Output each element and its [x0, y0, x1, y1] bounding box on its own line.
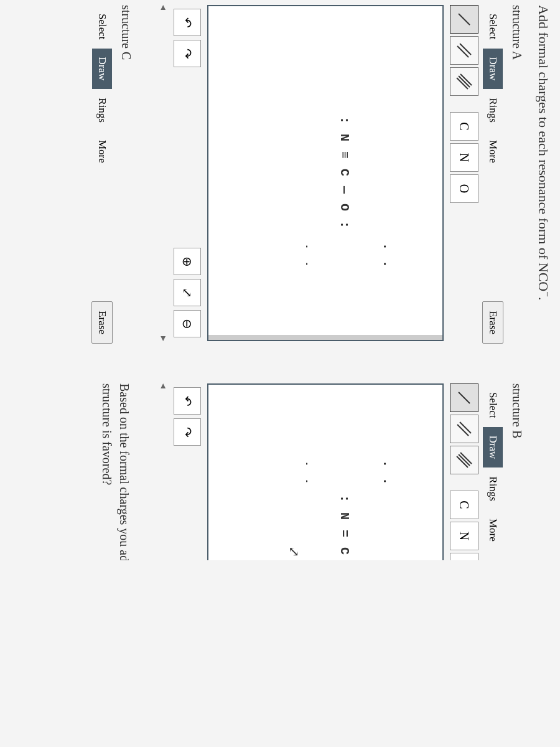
atom-o-button[interactable]: O	[450, 553, 478, 560]
zoom-in-icon: ⊕	[180, 256, 195, 267]
zoom-fit-button[interactable]: ⤢	[174, 279, 201, 306]
structure-a-bond-row: C N O	[450, 5, 478, 359]
select-button[interactable]: Select	[92, 5, 112, 49]
select-button[interactable]: Select	[483, 383, 503, 427]
structure-b-panel: structure B Select Draw Rings More Erase	[158, 383, 524, 560]
redo-icon: ↷	[180, 427, 195, 438]
rings-button[interactable]: Rings	[483, 467, 503, 510]
svg-line-6	[459, 392, 470, 403]
zoom-out-button[interactable]: ⊖	[174, 310, 201, 337]
triple-bond-icon	[455, 72, 474, 91]
structure-b-title: structure B	[510, 383, 524, 560]
double-bond-icon	[455, 420, 474, 438]
rings-button[interactable]: Rings	[483, 89, 503, 131]
question-text: Based on the formal charges you added, w…	[98, 383, 133, 560]
structure-b-bond-row: C N O	[450, 383, 478, 560]
single-bond-icon	[455, 388, 474, 407]
structure-b-canvas[interactable]: . . . . : N = C = O : ˙ ˙ ˙ ˙ ⤢	[207, 383, 444, 560]
undo-button[interactable]: ↶	[174, 387, 201, 415]
draw-button[interactable]: Draw	[92, 49, 112, 90]
triple-bond-button[interactable]	[450, 446, 478, 474]
more-button[interactable]: More	[92, 131, 112, 172]
structure-a-canvas[interactable]: . . : N ≡ C — O : ˙ ˙	[207, 5, 444, 341]
question-panel: Based on the formal charges you added, w…	[88, 383, 133, 560]
structure-a-title: structure A	[510, 5, 524, 359]
triple-bond-icon	[455, 451, 474, 469]
atom-n-button[interactable]: N	[450, 143, 478, 172]
nav-left[interactable]: ◂	[158, 5, 170, 10]
rings-button[interactable]: Rings	[92, 89, 112, 131]
redo-button[interactable]: ↷	[174, 40, 201, 67]
atom-n-button[interactable]: N	[450, 522, 478, 550]
single-bond-button[interactable]	[450, 5, 478, 34]
svg-line-1	[460, 44, 471, 55]
more-button[interactable]: More	[483, 131, 503, 172]
nav-left[interactable]: ◂	[158, 383, 170, 388]
redo-button[interactable]: ↷	[174, 418, 201, 446]
svg-line-0	[459, 14, 470, 25]
atom-c-button[interactable]: C	[450, 112, 478, 141]
atom-c-button[interactable]: C	[450, 491, 478, 519]
single-bond-button[interactable]	[450, 383, 478, 412]
atom-o-button[interactable]: O	[450, 174, 478, 203]
double-bond-icon	[455, 41, 474, 60]
prompt-text: Add formal charges to each resonance for…	[535, 5, 553, 560]
undo-icon: ↶	[180, 17, 195, 28]
structure-c-panel: structure C Select Draw Rings More Erase	[88, 5, 133, 359]
undo-icon: ↶	[180, 396, 195, 406]
zoom-in-button[interactable]: ⊕	[174, 248, 201, 275]
structure-a-toolbar: Select Draw Rings More Erase	[482, 5, 503, 359]
svg-line-8	[457, 425, 469, 436]
structure-b-toolbar: Select Draw Rings More Erase	[482, 383, 503, 560]
erase-button[interactable]: Erase	[91, 301, 113, 344]
structure-c-toolbar: Select Draw Rings More Erase	[91, 5, 113, 359]
structure-c-title: structure C	[119, 5, 133, 359]
more-button[interactable]: More	[483, 510, 503, 550]
structure-a-canvas-tools: ↶ ↷ ⊕ ⤢ ⊖	[174, 5, 201, 341]
erase-button[interactable]: Erase	[482, 301, 503, 344]
cursor-icon: ⤢	[286, 546, 302, 557]
draw-button[interactable]: Draw	[483, 427, 503, 468]
lewis-structure-a: . . : N ≡ C — O : ˙ ˙	[265, 77, 422, 269]
select-button[interactable]: Select	[483, 5, 503, 49]
structure-b-canvas-tools: ↶ ↷ ⊕ ⤢ ⊖	[174, 383, 201, 560]
double-bond-button[interactable]	[450, 415, 478, 443]
draw-button[interactable]: Draw	[483, 49, 503, 90]
nav-right[interactable]: ▸	[158, 336, 170, 341]
structure-a-panel: structure A Select Draw Rings More Erase	[158, 5, 524, 359]
redo-icon: ↷	[180, 49, 195, 59]
double-bond-button[interactable]	[450, 36, 478, 65]
undo-button[interactable]: ↶	[174, 9, 201, 36]
lewis-structure-b: . . . . : N = C = O : ˙ ˙ ˙ ˙	[265, 460, 422, 560]
zoom-out-icon: ⊖	[180, 319, 195, 329]
svg-line-7	[460, 422, 471, 433]
triple-bond-button[interactable]	[450, 67, 478, 96]
zoom-fit-icon: ⤢	[180, 288, 195, 298]
single-bond-icon	[455, 10, 474, 29]
svg-line-2	[457, 46, 469, 57]
